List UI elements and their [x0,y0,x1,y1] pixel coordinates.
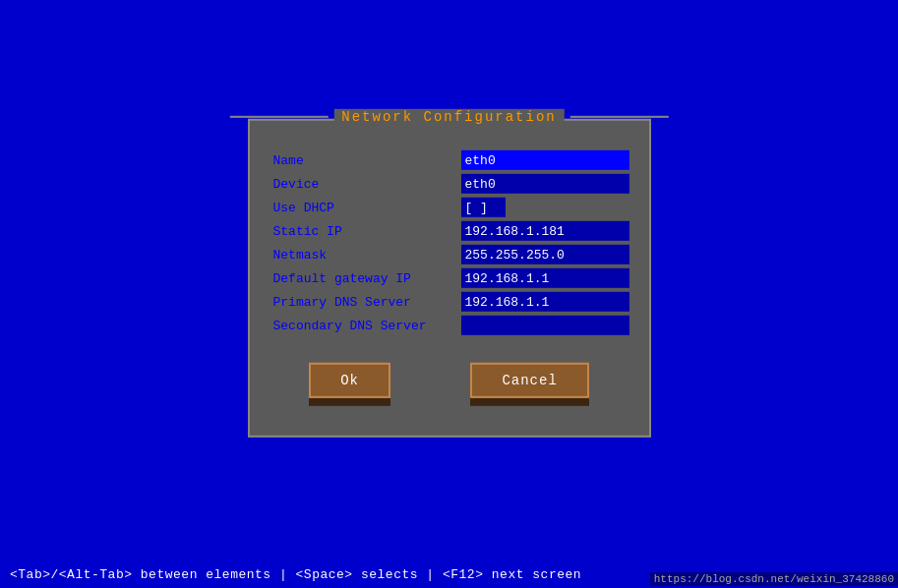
form-row: Primary DNS Server [269,292,629,312]
field-label-3: Static IP [269,221,461,240]
form-row: Device [269,174,629,194]
field-label-6: Primary DNS Server [269,292,461,311]
form-row: Use DHCP [269,198,629,217]
field-label-4: Netmask [269,245,461,264]
watermark: https://blog.csdn.net/weixin_37428860 [650,572,898,586]
field-label-7: Secondary DNS Server [269,316,461,334]
field-input-7[interactable] [461,316,629,335]
form-row: Name [269,150,629,170]
ok-btn-container: Ok [309,363,390,406]
cancel-btn-container: Cancel [470,363,588,406]
field-label-2: Use DHCP [269,198,461,216]
form-row: Default gateway IP [269,268,629,288]
dialog-title-bar: Network Configuration [229,109,668,125]
ok-btn-shadow [309,398,390,406]
dialog-wrapper: Network Configuration NameDeviceUse DHCP… [248,119,651,438]
field-label-5: Default gateway IP [269,268,461,287]
field-input-4[interactable] [461,245,629,265]
ok-button[interactable]: Ok [309,363,390,398]
title-line-left [229,116,328,118]
cancel-button[interactable]: Cancel [470,363,588,398]
field-label-0: Name [269,150,461,169]
field-input-5[interactable] [461,268,629,288]
field-input-2[interactable] [461,198,506,217]
network-config-dialog: Network Configuration NameDeviceUse DHCP… [248,119,651,438]
field-label-1: Device [269,174,461,193]
field-input-3[interactable] [461,221,629,241]
button-row: Ok Cancel [269,363,629,406]
field-input-1[interactable] [461,174,629,194]
form-row: Static IP [269,221,629,241]
form-area: NameDeviceUse DHCPStatic IPNetmaskDefaul… [269,150,629,335]
dialog-title: Network Configuration [333,109,564,125]
title-line-right [570,116,669,118]
form-row: Secondary DNS Server [269,316,629,335]
cancel-btn-shadow [470,398,588,406]
status-bar-text: <Tab>/<Alt-Tab> between elements | <Spac… [10,567,581,582]
form-row: Netmask [269,245,629,265]
field-input-6[interactable] [461,292,629,312]
field-input-0[interactable] [461,150,629,170]
